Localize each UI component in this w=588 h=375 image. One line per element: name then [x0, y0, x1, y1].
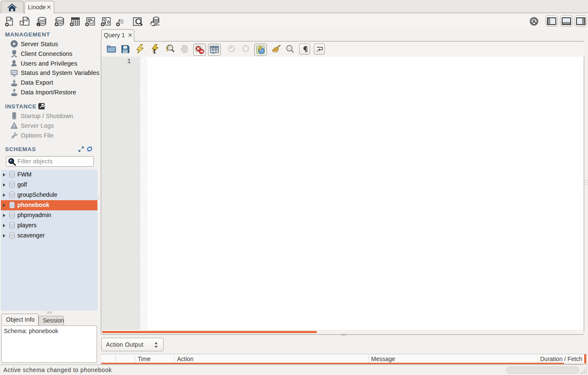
svg-text:SQL: SQL: [7, 19, 12, 22]
svg-text:(): (): [120, 19, 123, 24]
svg-text:A: A: [288, 47, 291, 51]
svg-text:SQL: SQL: [23, 19, 29, 22]
